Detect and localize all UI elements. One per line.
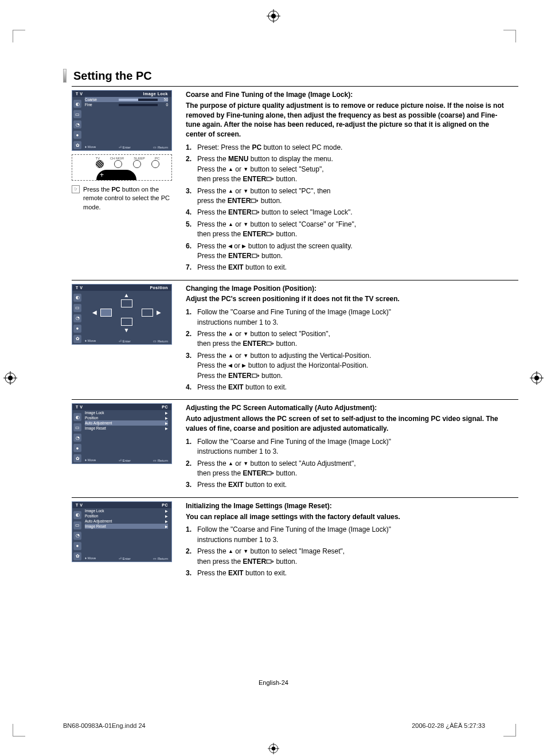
pointer-icon: ☞	[72, 185, 80, 193]
step-item: 4.Press the EXIT button to exit.	[186, 383, 507, 392]
right-arrow-icon: ▶	[157, 309, 161, 315]
osd-side-icon: ◐	[73, 100, 81, 108]
step-text: Press the ▲ or ▼ button to select "Posit…	[197, 329, 507, 349]
osd-screenshot-pc-reset: T V PC ◐ ▭ ◔ ● ✿ Image Lock▶Position▶Aut…	[72, 501, 172, 562]
left-arrow-icon: ◀	[92, 309, 97, 315]
step-number: 1.	[186, 437, 197, 457]
step-item: 2.Press the MENU button to display the m…	[186, 154, 507, 184]
section-image-lock: T V Image Lock ◐ ▭ ◔ ● ✿ Coarse50Fine0 ♦…	[72, 90, 507, 276]
up-arrow-icon: ▲	[124, 292, 130, 298]
step-item: 6.Press the ◀ or ▶ button to adjust the …	[186, 241, 507, 262]
section-subtitle: You can replace all image settings with …	[186, 512, 507, 522]
osd-side-icon: ◐	[73, 413, 81, 421]
divider	[72, 280, 518, 280]
position-box-icon	[121, 299, 132, 307]
section-image-reset: T V PC ◐ ▭ ◔ ● ✿ Image Lock▶Position▶Aut…	[72, 501, 507, 582]
osd-side-icon: ▭	[73, 304, 81, 312]
svg-rect-17	[251, 199, 256, 202]
svg-rect-21	[267, 342, 271, 345]
divider	[72, 86, 518, 87]
step-number: 3.	[186, 351, 197, 381]
step-text: Press the ▲ or ▼ button to adjusting the…	[197, 351, 507, 381]
osd-footer-enter: ⏎ Enter	[119, 145, 131, 149]
step-text: Press the EXIT button to exit.	[197, 263, 507, 272]
osd-footer-move: ♦ Move	[85, 145, 96, 149]
step-number: 4.	[186, 208, 197, 217]
osd-menu-row: Image Reset▶	[85, 426, 168, 431]
svg-rect-23	[267, 471, 271, 475]
step-text: Press the EXIT button to exit.	[197, 383, 507, 392]
step-text: Press the EXIT button to exit.	[197, 568, 507, 578]
osd-side-icon: ◔	[73, 314, 81, 322]
heading-title: Setting the PC	[73, 69, 152, 83]
svg-rect-20	[252, 254, 257, 258]
step-text: Press the ◀ or ▶ button to adjust the sc…	[197, 241, 507, 262]
footer-timestamp: 2006-02-28 ¿ÀÈÄ 5:27:33	[412, 722, 485, 729]
osd-menu-row: Position▶	[85, 513, 168, 519]
osd-title: PC	[162, 405, 168, 409]
osd-side-icon: ▭	[73, 423, 81, 431]
remote-button-icon	[151, 160, 159, 168]
section-auto-adjust: T V PC ◐ ▭ ◔ ● ✿ Image Lock▶Position▶Aut…	[72, 403, 507, 493]
step-number: 2.	[186, 547, 197, 567]
chevron-right-icon: ▶	[165, 416, 168, 420]
step-item: 3.Press the EXIT button to exit.	[186, 480, 507, 490]
osd-footer-move: ♦ Move	[85, 458, 96, 462]
osd-row-value: 50	[160, 98, 168, 102]
chevron-right-icon: ▶	[165, 519, 168, 523]
crop-mark	[13, 30, 25, 42]
step-number: 5.	[186, 220, 197, 240]
chevron-right-icon: ▶	[165, 421, 168, 425]
osd-row-label: Fine	[85, 103, 116, 107]
svg-rect-22	[252, 374, 257, 377]
divider	[72, 399, 518, 400]
svg-rect-18	[252, 211, 257, 214]
osd-side-icon: ✿	[73, 454, 81, 462]
osd-side-icon: ✿	[73, 552, 81, 560]
registration-mark-icon	[267, 9, 280, 23]
step-text: Follow the "Coarse and Fine Tuning of th…	[197, 437, 507, 457]
osd-tv-label: T V	[76, 503, 83, 507]
step-list: 1.Follow the "Coarse and Fine Tuning of …	[186, 307, 507, 392]
osd-screenshot-pc-auto: T V PC ◐ ▭ ◔ ● ✿ Image Lock▶Position▶Aut…	[72, 403, 172, 464]
registration-mark-icon	[3, 371, 17, 385]
osd-footer-enter: ⏎ Enter	[119, 339, 131, 343]
remote-label: CH MGR	[110, 157, 124, 160]
osd-side-icon: ✿	[73, 335, 81, 343]
section-subtitle: Adjust the PC's screen positioning if it…	[186, 294, 507, 304]
down-arrow-icon: ▼	[124, 327, 130, 333]
step-number: 3.	[186, 186, 197, 206]
step-text: Follow the "Coarse and Fine Tuning of th…	[197, 525, 507, 545]
step-item: 3.Press the ▲ or ▼ button to adjusting t…	[186, 351, 507, 381]
step-item: 2.Press the ▲ or ▼ button to select "Aut…	[186, 459, 507, 479]
osd-footer-return: ▭ Return	[153, 458, 168, 462]
section-position: T V Position ◐ ▭ ◔ ● ✿ ▲ ◀	[72, 284, 507, 396]
osd-row-value: 0	[160, 103, 168, 107]
osd-menu-row: Position▶	[85, 415, 168, 420]
step-item: 3.Press the EXIT button to exit.	[186, 568, 507, 578]
step-number: 2.	[186, 329, 197, 349]
osd-side-icon: ◐	[73, 511, 81, 519]
section-title: Changing the Image Position (Position):	[186, 284, 507, 294]
step-number: 4.	[186, 383, 197, 392]
osd-row-label: Image Reset	[85, 524, 106, 528]
step-text: Press the ▲ or ▼ button to select "Image…	[197, 547, 507, 567]
step-list: 1.Follow the "Coarse and Fine Tuning of …	[186, 437, 507, 490]
remote-caption: ☞ Press the PC button on the remote cont…	[72, 185, 178, 212]
osd-footer-enter: ⏎ Enter	[119, 458, 131, 462]
remote-dpad-icon	[96, 170, 136, 181]
svg-rect-19	[267, 232, 271, 236]
osd-title: PC	[162, 503, 168, 507]
osd-footer-return: ▭ Return	[153, 145, 168, 149]
osd-row-label: Coarse	[85, 98, 116, 102]
step-number: 6.	[186, 241, 197, 262]
position-box-icon	[142, 309, 153, 317]
osd-side-icon: ◐	[73, 294, 81, 302]
osd-slider-row: Coarse50	[85, 97, 168, 102]
step-list: 1.Preset: Press the PC button to select …	[186, 143, 507, 273]
osd-footer-enter: ⏎ Enter	[119, 556, 131, 560]
osd-slider-row: Fine0	[85, 102, 168, 107]
step-item: 1.Preset: Press the PC button to select …	[186, 143, 507, 153]
osd-row-label: Image Lock	[85, 509, 104, 513]
osd-row-label: Image Lock	[85, 411, 104, 415]
